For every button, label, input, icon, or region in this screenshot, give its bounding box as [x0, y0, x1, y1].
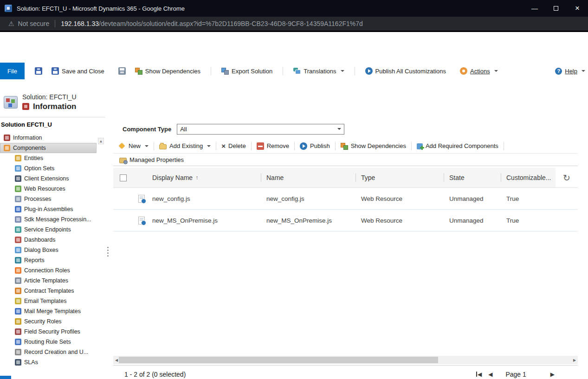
sidebar-item[interactable]: Article Templates — [0, 276, 97, 286]
sidebar: Solution EFCTI_U Information Components … — [0, 117, 108, 379]
previous-page-button[interactable]: ◀ — [488, 371, 492, 378]
bottom-left-accent — [0, 376, 11, 379]
new-button[interactable]: New — [114, 139, 153, 153]
translations-button[interactable]: Translations — [289, 63, 349, 79]
actions-icon — [460, 67, 467, 75]
add-existing-icon — [159, 144, 167, 149]
toolbar-separator — [504, 142, 504, 150]
file-tab[interactable]: File — [0, 63, 25, 79]
sidebar-item-label: Service Endpoints — [24, 226, 71, 233]
close-button[interactable]: × — [567, 0, 588, 17]
column-header-name[interactable]: Name — [261, 168, 355, 187]
sidebar-item[interactable]: Security Roles — [0, 316, 97, 327]
sidebar-item[interactable]: Sdk Message Processin... — [0, 214, 97, 225]
actions-button[interactable]: Actions — [455, 63, 503, 79]
select-all-checkbox[interactable] — [120, 174, 127, 181]
column-header-type[interactable]: Type — [355, 168, 444, 187]
save-and-close-button[interactable]: Save and Close — [47, 63, 109, 79]
show-dependencies-icon — [135, 67, 142, 75]
sidebar-item-label: Client Extensions — [24, 175, 69, 182]
add-existing-button[interactable]: Add Existing — [155, 139, 215, 153]
web-resource-icon — [138, 217, 145, 225]
maximize-icon — [554, 6, 558, 11]
component-type-select[interactable]: All — [177, 124, 344, 135]
sidebar-item[interactable]: Dialog Boxes — [0, 245, 97, 255]
solution-icon — [4, 96, 18, 109]
sidebar-item-label: Connection Roles — [24, 267, 70, 274]
show-dependencies-icon — [341, 142, 348, 150]
sidebar-item[interactable]: Routing Rule Sets — [0, 337, 97, 347]
chevron-down-icon — [337, 128, 341, 130]
publish-all-customizations-button[interactable]: Publish All Customizations — [361, 63, 451, 79]
save-button[interactable] — [30, 63, 47, 79]
export-solution-icon — [221, 67, 229, 75]
routing-rule-sets-icon — [15, 339, 21, 345]
sidebar-item[interactable]: Processes — [0, 194, 97, 204]
save-and-close-icon — [52, 67, 59, 75]
sidebar-item[interactable]: Reports — [0, 255, 97, 265]
not-secure-label[interactable]: Not secure — [18, 20, 50, 27]
column-header-customizable[interactable]: Customizable... — [501, 168, 556, 187]
sidebar-item[interactable]: Client Extensions — [0, 173, 97, 184]
browser-window: Solution: EFCTI_U - Microsoft Dynamics 3… — [0, 0, 588, 379]
add-required-components-button[interactable]: Add Required Components — [413, 139, 503, 153]
cell-customizable: True — [501, 195, 556, 202]
remove-icon — [257, 142, 264, 150]
next-page-button[interactable]: ▶ — [550, 371, 555, 378]
maximize-button[interactable] — [545, 0, 567, 17]
column-header-state[interactable]: State — [444, 168, 501, 187]
refresh-icon[interactable]: ↻ — [563, 173, 570, 183]
minimize-button[interactable]: — — [524, 0, 545, 17]
show-dependencies-grid-button[interactable]: Show Dependencies — [336, 139, 410, 153]
sidebar-item[interactable]: Contract Templates — [0, 286, 97, 296]
delete-icon: × — [221, 142, 226, 150]
sidebar-item[interactable]: Mail Merge Templates — [0, 306, 97, 316]
address-bar: ⚠ Not secure 192.168.1.33/devteam/tools/… — [0, 17, 588, 32]
sidebar-item[interactable]: Service Endpoints — [0, 225, 97, 235]
sidebar-item[interactable]: Information — [0, 133, 97, 143]
sidebar-item[interactable]: Email Templates — [0, 296, 97, 306]
sidebar-scroll-up-button[interactable]: ▲ — [98, 138, 104, 144]
column-header-display-name[interactable]: Display Name↑ — [151, 168, 261, 187]
first-page-button[interactable]: ◀ — [476, 371, 482, 378]
show-dependencies-button[interactable]: Show Dependencies — [130, 63, 205, 79]
record-count-label: 1 - 2 of 2 (0 selected) — [124, 371, 186, 378]
sidebar-item-label: Reports — [24, 257, 45, 263]
sidebar-item[interactable]: Option Sets — [0, 163, 97, 173]
sidebar-item-label: Contract Templates — [24, 288, 74, 294]
delete-button[interactable]: ×Delete — [217, 139, 250, 153]
contract-templates-icon — [15, 288, 21, 294]
remove-button[interactable]: Remove — [252, 139, 293, 153]
publish-all-icon — [365, 67, 373, 75]
sidebar-item[interactable]: Web Resources — [0, 184, 97, 194]
sidebar-item-label: Record Creation and U... — [24, 349, 88, 355]
scroll-right-icon[interactable]: ▶ — [571, 358, 578, 362]
sidebar-item[interactable]: Components — [0, 143, 97, 153]
sidebar-item[interactable]: Plug-in Assemblies — [0, 204, 97, 214]
not-secure-warning-icon[interactable]: ⚠ — [8, 20, 14, 27]
sidebar-item[interactable]: Dashboards — [0, 235, 97, 245]
sidebar-item[interactable]: Field Security Profiles — [0, 327, 97, 337]
pane-splitter[interactable] — [105, 117, 111, 379]
table-row[interactable]: new_config.js new_config.js Web Resource… — [113, 188, 578, 210]
sidebar-item[interactable]: Connection Roles — [0, 265, 97, 276]
component-type-row: Component Type All — [113, 123, 578, 135]
url-path: /devteam/tools/solution/edit.aspx?id=%7b… — [99, 20, 363, 27]
sidebar-item[interactable]: Record Creation and U... — [0, 347, 97, 357]
horizontal-scrollbar[interactable]: ◀ ▶ — [113, 356, 578, 364]
table-row[interactable]: new_MS_OnPremise.js new_MS_OnPremise.js … — [113, 210, 578, 231]
sidebar-item[interactable]: SLAs — [0, 357, 97, 367]
publish-button[interactable]: Publish — [296, 139, 334, 153]
scrollbar-thumb[interactable] — [119, 357, 438, 363]
url-host: 192.168.1.33 — [61, 20, 99, 27]
url-omnibox[interactable]: 192.168.1.33/devteam/tools/solution/edit… — [61, 20, 363, 27]
print-button[interactable] — [114, 63, 130, 79]
managed-properties-button[interactable]: Managed Properties — [115, 154, 188, 166]
sidebar-item[interactable]: Entities — [0, 153, 97, 163]
help-button[interactable]: ?Help — [550, 63, 588, 79]
export-solution-button[interactable]: Export Solution — [217, 63, 277, 79]
toolbar-separator — [294, 142, 295, 150]
entities-icon — [15, 155, 21, 161]
sidebar-title: Solution EFCTI_U — [0, 117, 108, 133]
window-controls: — × — [524, 0, 588, 17]
